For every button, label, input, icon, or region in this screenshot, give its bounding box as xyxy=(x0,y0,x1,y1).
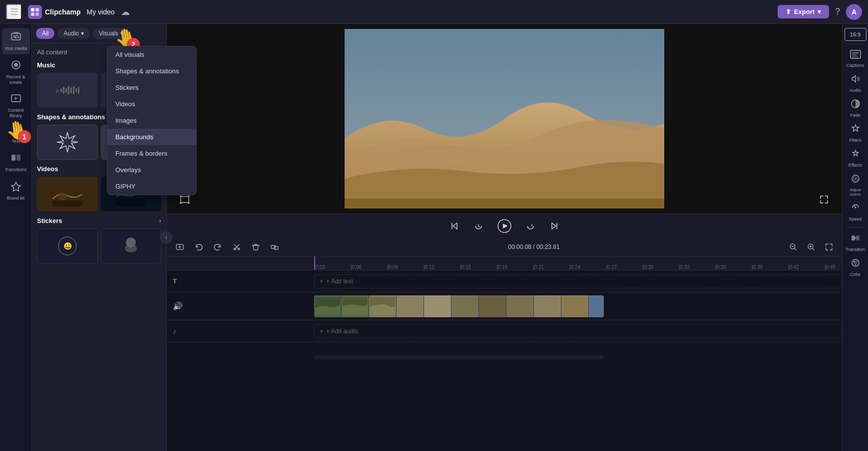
sidebar-item-brand-kit[interactable]: Brand kit xyxy=(2,178,30,204)
starburst-svg xyxy=(55,130,80,155)
ruler-mark-5: |0:18 xyxy=(496,264,533,270)
sticker-thumb-2[interactable] xyxy=(101,228,162,263)
dropdown-item-images[interactable]: Images xyxy=(107,112,196,129)
fit-timeline-button[interactable] xyxy=(822,240,836,254)
shape-thumb-1[interactable] xyxy=(37,125,98,160)
redo-button[interactable] xyxy=(211,240,225,254)
video-title[interactable]: My video xyxy=(87,8,115,16)
timeline-tracks[interactable]: T + + Add text 🔊 xyxy=(167,270,842,451)
your-media-icon xyxy=(10,31,21,44)
sidebar-label-brand: Brand kit xyxy=(7,196,25,201)
audio-label: Audio xyxy=(850,88,861,93)
dropdown-item-videos[interactable]: Videos xyxy=(107,96,196,112)
dropdown-item-shapes[interactable]: Shapes & annotations xyxy=(107,63,196,79)
icon-sidebar: Your media Record &create Contentlibrary… xyxy=(0,24,32,451)
play-button[interactable] xyxy=(494,216,514,236)
menu-button[interactable]: ☰ xyxy=(6,4,22,20)
right-tool-fade[interactable]: Fade xyxy=(845,96,867,120)
ruler-marks: |0:03 |0:06 |0:09 |0:12 |0:15 |0:18 |0:2… xyxy=(314,256,842,270)
sidebar-item-your-media[interactable]: Your media xyxy=(2,28,30,54)
frame-svg-1 xyxy=(315,297,340,315)
music-wave-1 xyxy=(60,86,79,95)
timeline-playhead[interactable] xyxy=(314,256,315,270)
svg-point-48 xyxy=(855,178,856,180)
video-track-content[interactable] xyxy=(314,292,842,320)
effects-icon xyxy=(851,149,861,161)
detach-audio-button[interactable] xyxy=(268,240,282,254)
dropdown-item-backgrounds[interactable]: Backgrounds xyxy=(107,129,196,145)
transition-label: Transition xyxy=(846,247,865,252)
sticker-thumb-1[interactable]: 😀 xyxy=(37,228,98,263)
avatar[interactable]: A xyxy=(846,4,862,20)
collapse-panel-button[interactable]: ‹ xyxy=(160,231,172,243)
sidebar-item-record-create[interactable]: Record &create xyxy=(2,56,30,88)
aspect-ratio-button[interactable]: 16:9 xyxy=(845,28,867,41)
right-tool-speed[interactable]: Speed xyxy=(845,200,867,224)
ruler-mark-1: |0:06 xyxy=(351,264,387,270)
delete-button[interactable] xyxy=(249,240,263,254)
ruler-mark-7: |0:24 xyxy=(569,264,606,270)
fit-icon xyxy=(825,243,833,251)
speed-icon xyxy=(851,203,861,215)
timeline-scroll-thumb[interactable] xyxy=(314,355,604,359)
right-tool-transition[interactable]: Transition xyxy=(845,230,867,254)
skip-back-icon xyxy=(449,221,459,231)
sidebar-item-transitions[interactable]: Transitions xyxy=(2,149,30,176)
music-thumb-1[interactable]: ♪ xyxy=(37,73,98,108)
help-icon[interactable]: ? xyxy=(835,6,840,17)
stickers-grid: 😀 xyxy=(37,228,161,263)
video-thumb-1[interactable] xyxy=(37,177,98,212)
expand-icon xyxy=(819,195,829,205)
skip-forward-button[interactable] xyxy=(546,218,562,234)
right-tool-captions[interactable]: Captions xyxy=(845,47,867,70)
forward-button[interactable] xyxy=(522,218,538,234)
tab-visuals[interactable]: Visuals ▾ xyxy=(93,28,129,39)
right-tool-adjust-colors[interactable]: Adjustcolors xyxy=(845,171,867,199)
dropdown-item-stickers[interactable]: Stickers xyxy=(107,79,196,96)
right-tool-effects[interactable]: Effects xyxy=(845,146,867,170)
add-audio-button[interactable]: + + Add audio xyxy=(314,324,842,338)
stickers-section-title: Stickers xyxy=(37,217,62,225)
speed-svg xyxy=(851,203,861,213)
fullscreen-button[interactable] xyxy=(816,192,832,208)
adjust-colors-svg xyxy=(851,174,861,184)
skip-back-button[interactable] xyxy=(446,218,462,234)
volume-icon[interactable]: 🔊 xyxy=(173,301,183,311)
sidebar-item-content-library[interactable]: Contentlibrary xyxy=(2,90,30,122)
stickers-arrow-icon[interactable]: › xyxy=(159,217,161,225)
audio-track-content[interactable]: + + Add audio xyxy=(314,320,842,342)
ruler-mark-13: |0:42 xyxy=(788,264,825,270)
cut-button[interactable] xyxy=(230,240,244,254)
sidebar-item-text[interactable]: T Text xyxy=(2,124,30,147)
ruler-mark-12: |0:39 xyxy=(752,264,788,270)
center-area: 00:00.08 / 00:23.81 xyxy=(167,24,842,451)
zoom-out-button[interactable] xyxy=(786,240,800,254)
video-track-block[interactable] xyxy=(314,295,604,317)
right-tool-audio[interactable]: Audio xyxy=(845,71,867,95)
dropdown-item-all-visuals[interactable]: All visuals xyxy=(107,46,196,63)
rewind-button[interactable] xyxy=(470,218,486,234)
tab-all[interactable]: All xyxy=(36,28,54,39)
svg-point-49 xyxy=(855,207,856,209)
cloud-icon: ☁ xyxy=(121,6,130,17)
sidebar-label-transitions: Transitions xyxy=(5,167,27,173)
undo-button[interactable] xyxy=(192,240,206,254)
ruler-mark-8: |0:27 xyxy=(606,264,642,270)
right-tool-filters[interactable]: Filters xyxy=(845,121,867,145)
export-button[interactable]: ⬆ Export ▾ xyxy=(778,5,829,18)
zoom-in-button[interactable] xyxy=(804,240,818,254)
add-text-button[interactable]: + + Add text xyxy=(314,274,842,288)
svg-point-22 xyxy=(126,237,136,247)
dropdown-item-frames[interactable]: Frames & borders xyxy=(107,145,196,162)
fade-icon xyxy=(851,99,861,111)
frame-svg-3 xyxy=(370,297,395,315)
dropdown-item-overlays[interactable]: Overlays xyxy=(107,162,196,178)
text-icon: T xyxy=(13,127,18,137)
dropdown-item-giphy[interactable]: GIPHY xyxy=(107,178,196,195)
sidebar-label-content: Contentlibrary xyxy=(8,108,24,119)
text-track-content[interactable]: + + Add text xyxy=(314,270,842,292)
add-media-button[interactable] xyxy=(173,240,187,254)
sidebar-label-record: Record &create xyxy=(6,74,25,85)
right-tool-color[interactable]: Color xyxy=(845,255,867,279)
tab-audio[interactable]: Audio ▾ xyxy=(57,28,90,39)
